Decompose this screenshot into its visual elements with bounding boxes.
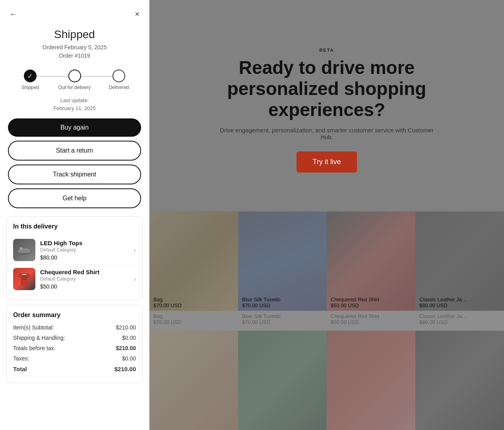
ordered-date: Ordered February 5, 2025: [43, 44, 107, 50]
chevron-right-icon-1: ›: [134, 275, 136, 283]
step-circle-out: [68, 70, 81, 82]
overlay-price-redshirt: $50.00 USD: [331, 302, 411, 308]
item-details-1: Chequered Red Shirt Default Category $50…: [40, 269, 130, 290]
progress-tracker: ✓ Shipped Out for delivery Delivered: [8, 70, 141, 90]
item-name-0: LED High Tops: [40, 240, 130, 246]
promo-headline: Ready to drive more personalized shoppin…: [196, 57, 458, 120]
chevron-right-icon-0: ›: [134, 246, 136, 254]
subtotal-label: Item(s) Subtotal:: [13, 324, 54, 331]
summary-row-subtotal: Item(s) Subtotal: $210.00: [13, 324, 136, 331]
item-image-0: [13, 239, 35, 261]
product-overlay-labels: Bag $70.00 USD Blue Silk Tuxedo $70.00 U…: [149, 294, 504, 311]
step-label-delivered: Delivered: [109, 85, 129, 90]
overlay-price-jacket: $80.00 USD: [419, 302, 500, 308]
beta-badge: BETA: [319, 48, 334, 52]
start-return-button[interactable]: Start a return: [8, 141, 141, 161]
item-name-1: Chequered Red Shirt: [40, 269, 130, 275]
taxes-label: Taxes:: [13, 355, 29, 362]
total-label: Total: [13, 366, 27, 372]
overlay-price-bag: $70.00 USD: [153, 302, 234, 308]
step-shipped: ✓ Shipped: [8, 70, 52, 90]
item-price-1: $50.00: [40, 283, 130, 290]
summary-row-total: Total $210.00: [13, 366, 136, 372]
overlay-name-tuxedo: Blue Silk Tuxedo: [242, 296, 323, 302]
track-shipment-button[interactable]: Track shipment: [8, 165, 141, 184]
progress-line-2: [81, 76, 113, 77]
order-meta: Ordered February 5, 2025 Order #1019: [0, 43, 149, 60]
action-buttons: Buy again Start a return Track shipment …: [0, 112, 149, 208]
overlay-label-tuxedo: Blue Silk Tuxedo $70.00 USD: [238, 294, 327, 311]
last-update-label: Last update:: [60, 97, 89, 103]
overlay-label-redshirt: Chequered Red Shirt $50.00 USD: [327, 294, 415, 311]
delivery-item-0[interactable]: LED High Tops Default Category $80.00 ›: [13, 236, 136, 265]
summary-row-before-tax: Totals before tax: $210.00: [13, 345, 136, 351]
promo-subtext: Drive engagement, personalization, and s…: [219, 127, 434, 140]
last-update: Last update: February 11, 2025: [0, 97, 149, 112]
subtotal-value: $210.00: [116, 324, 136, 331]
total-value: $210.00: [114, 366, 136, 372]
order-number: Order #1019: [59, 52, 90, 59]
overlay-label-bag: Bag $70.00 USD: [149, 294, 238, 311]
summary-title: Order summary: [13, 312, 136, 319]
step-out-for-delivery: Out for delivery: [52, 70, 97, 90]
step-label-shipped: Shipped: [21, 85, 39, 90]
shipping-label: Shipping & Handling:: [13, 335, 65, 341]
taxes-value: $0.00: [122, 355, 136, 362]
item-details-0: LED High Tops Default Category $80.00: [40, 240, 130, 261]
progress-line-1: [37, 76, 68, 77]
delivery-section: In this delivery LED High Tops Default C…: [6, 216, 143, 300]
overlay-label-jacket: Classic Leather Ja… $80.00 USD: [415, 294, 504, 311]
item-image-1: [13, 268, 35, 290]
item-category-1: Default Category: [40, 276, 130, 282]
summary-row-shipping: Shipping & Handling: $0.00: [13, 335, 136, 341]
order-summary: Order summary Item(s) Subtotal: $210.00 …: [6, 305, 143, 383]
before-tax-value: $210.00: [116, 345, 136, 351]
right-panel: Bag $70.00 USD Blue Silk Tuxedo $70.00 U…: [149, 0, 504, 430]
panel-header: ← ×: [0, 0, 149, 20]
summary-row-taxes: Taxes: $0.00: [13, 355, 136, 362]
last-update-date: February 11, 2025: [53, 105, 95, 111]
overlay-price-tuxedo: $70.00 USD: [242, 302, 323, 308]
step-delivered: Delivered: [97, 70, 141, 90]
try-live-button[interactable]: Try it live: [297, 151, 357, 172]
overlay-name-redshirt: Chequered Red Shirt: [331, 296, 411, 302]
promo-content: BETA Ready to drive more personalized sh…: [149, 0, 504, 172]
svg-point-1: [20, 247, 22, 250]
item-category-0: Default Category: [40, 247, 130, 253]
order-status-title: Shipped: [0, 28, 149, 41]
step-label-out: Out for delivery: [58, 85, 91, 90]
left-panel: ← × Shipped Ordered February 5, 2025 Ord…: [0, 0, 149, 430]
step-circle-delivered: [112, 70, 125, 82]
back-button[interactable]: ←: [8, 8, 19, 20]
before-tax-label: Totals before tax:: [13, 345, 56, 351]
close-button[interactable]: ×: [133, 8, 141, 20]
get-help-button[interactable]: Get help: [8, 188, 141, 208]
delivery-title: In this delivery: [13, 223, 136, 230]
shipping-value: $0.00: [122, 335, 136, 341]
delivery-item-1[interactable]: Chequered Red Shirt Default Category $50…: [13, 265, 136, 293]
step-circle-shipped: ✓: [24, 70, 37, 82]
overlay-name-bag: Bag: [153, 296, 234, 302]
buy-again-button[interactable]: Buy again: [8, 118, 141, 137]
overlay-name-jacket: Classic Leather Ja…: [419, 296, 500, 302]
item-price-0: $80.00: [40, 254, 130, 261]
